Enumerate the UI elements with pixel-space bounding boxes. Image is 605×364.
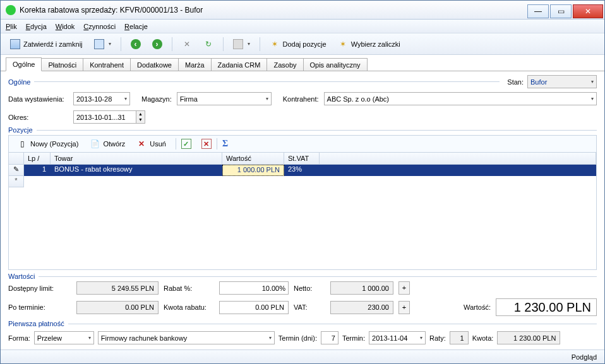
vat-plus[interactable]: + <box>398 301 410 314</box>
termin-combo[interactable]: 2013-11-04▾ <box>369 331 426 344</box>
save-close-button[interactable]: Zatwierdź i zamknij <box>6 37 87 52</box>
menu-relacje[interactable]: Relacje <box>124 23 148 30</box>
okres-input[interactable] <box>73 110 136 124</box>
save-as-button[interactable]: ▾ <box>90 37 116 52</box>
cancel-button[interactable]: ✕ <box>201 139 212 149</box>
section-wartosci: Wartości <box>8 273 597 280</box>
stan-value: Bufor <box>530 78 547 86</box>
check-button[interactable]: ✓ <box>181 139 191 149</box>
minimize-button[interactable]: — <box>527 4 549 18</box>
separator <box>223 37 224 51</box>
menu-widok[interactable]: Widok <box>56 23 75 30</box>
row-edit-marker: ✎ <box>9 165 24 176</box>
termin-label: Termin: <box>342 334 365 342</box>
section-pierwsza-label: Pierwsza płatność <box>8 320 64 327</box>
tools-button[interactable]: ✕ <box>177 37 196 52</box>
termin-dni-label: Termin (dni): <box>279 334 317 342</box>
section-wartosci-label: Wartości <box>8 273 35 280</box>
row-data: Data wystawienia: 2013-10-28▾ Magazyn: F… <box>8 92 597 105</box>
termin-value: 2013-11-04 <box>372 334 407 342</box>
tab-opis[interactable]: Opis analityczny <box>303 58 368 71</box>
forma-label: Forma: <box>8 334 30 342</box>
otworz-label: Otwórz <box>103 140 125 148</box>
refresh-icon: ↻ <box>203 39 213 49</box>
separator <box>217 138 217 150</box>
tab-marza[interactable]: Marża <box>178 58 212 71</box>
app-window: Korekta rabatowa sprzedaży: KFVR/000001/… <box>0 0 605 364</box>
dodaj-pozycje-button[interactable]: ✶ Dodaj pozycje <box>265 37 331 52</box>
cell-wartosc[interactable]: 1 000.00 PLN <box>222 165 284 176</box>
menu-edycja[interactable]: Edycja <box>26 23 47 30</box>
forward-icon: › <box>152 39 162 49</box>
section-pozycje: Pozycje <box>8 126 597 134</box>
separator <box>172 37 172 51</box>
okres-field[interactable]: ▲▼ <box>73 110 145 124</box>
sigma-icon[interactable]: Σ <box>222 139 228 149</box>
tab-dodatkowe[interactable]: Dodatkowe <box>130 58 179 71</box>
usun-label: Usuń <box>150 140 166 148</box>
forma-combo[interactable]: Przelew▾ <box>34 331 94 344</box>
col-rest <box>320 153 596 164</box>
tab-zasoby[interactable]: Zasoby <box>267 58 303 71</box>
tab-ogolne[interactable]: Ogólne <box>6 57 42 71</box>
col-towar[interactable]: Towar <box>51 153 222 164</box>
tab-platnosci[interactable]: Płatności <box>41 58 83 71</box>
tab-zadania[interactable]: Zadania CRM <box>211 58 268 71</box>
kontrahent-value: ABC Sp. z o.o (Abc) <box>327 95 389 103</box>
menu-czynnosci[interactable]: Czynności <box>83 23 116 30</box>
grid-header: Lp / Towar Wartość St.VAT <box>9 153 596 165</box>
dostepny-label: Dostępny limit: <box>8 285 71 292</box>
cell-towar: BONUS - rabat okresowy <box>51 165 222 176</box>
col-wartosc[interactable]: Wartość <box>222 153 284 164</box>
separator <box>260 37 260 51</box>
zaliczki-label: Wybierz zaliczki <box>351 40 400 48</box>
forward-button[interactable]: › <box>148 37 167 52</box>
netto-plus[interactable]: + <box>398 281 410 295</box>
otworz-button[interactable]: 📄 Otwórz <box>85 136 129 151</box>
kwota-rabatu-value: 0.00 PLN <box>219 301 289 314</box>
payment-row: Forma: Przelew▾ Firmowy rachunek bankowy… <box>8 331 597 344</box>
netto-value: 1 000.00 <box>330 281 393 295</box>
menu-plik[interactable]: Plik <box>6 23 17 30</box>
grid-row-new[interactable]: * <box>9 176 596 187</box>
podglad-link[interactable]: Podgląd <box>572 353 597 361</box>
separator <box>121 37 121 51</box>
stan-combo[interactable]: Bufor▾ <box>527 75 597 88</box>
wartosc-label: Wartość: <box>453 303 491 311</box>
nowy-pozycja-button[interactable]: ▯ Nowy (Pozycja) <box>13 136 83 151</box>
kontrahent-field[interactable]: ABC Sp. z o.o (Abc)▾ <box>324 92 597 105</box>
col-marker[interactable] <box>9 153 24 164</box>
netto-label: Netto: <box>294 285 325 292</box>
okres-spinner[interactable]: ▲▼ <box>136 110 145 124</box>
content: Ogólne Stan: Bufor▾ Data wystawienia: 20… <box>1 71 604 349</box>
row-okres: Okres: ▲▼ <box>8 110 597 124</box>
star-icon: ✶ <box>270 39 280 49</box>
save-icon <box>10 39 20 49</box>
refresh-button[interactable]: ↻ <box>199 37 218 52</box>
termin-dni-input[interactable] <box>321 331 338 344</box>
rabat-pct-label: Rabat %: <box>164 285 214 292</box>
grid-row[interactable]: ✎ 1 BONUS - rabat okresowy 1 000.00 PLN … <box>9 165 596 176</box>
raty-label: Raty: <box>429 334 446 342</box>
magazyn-field[interactable]: Firma▾ <box>177 92 272 105</box>
usun-button[interactable]: ✕ Usuń <box>132 136 171 151</box>
back-button[interactable]: ‹ <box>126 37 145 52</box>
new-icon: ▯ <box>17 139 27 149</box>
col-stvat[interactable]: St.VAT <box>284 153 320 164</box>
maximize-button[interactable]: ▭ <box>550 4 572 18</box>
rachunek-combo[interactable]: Firmowy rachunek bankowy▾ <box>98 331 275 344</box>
wybierz-zaliczki-button[interactable]: ✶ Wybierz zaliczki <box>333 37 405 52</box>
po-terminie-value: 0.00 PLN <box>76 301 159 314</box>
print-button[interactable]: ▾ <box>229 37 255 52</box>
rabat-pct-input[interactable] <box>219 281 289 295</box>
open-icon: 📄 <box>90 139 100 149</box>
delete-icon: ✕ <box>136 139 147 149</box>
col-lp[interactable]: Lp / <box>24 153 51 164</box>
tab-kontrahent[interactable]: Kontrahent <box>83 58 131 71</box>
window-title: Korekta rabatowa sprzedaży: KFVR/000001/… <box>20 6 527 15</box>
section-pozycje-label: Pozycje <box>8 126 33 134</box>
close-button[interactable]: ✕ <box>573 4 603 18</box>
data-field[interactable]: 2013-10-28▾ <box>73 92 130 105</box>
pozycje-grid[interactable]: Lp / Towar Wartość St.VAT ✎ 1 BONUS - ra… <box>8 153 597 270</box>
section-ogolne-label: Ogólne <box>8 78 30 86</box>
